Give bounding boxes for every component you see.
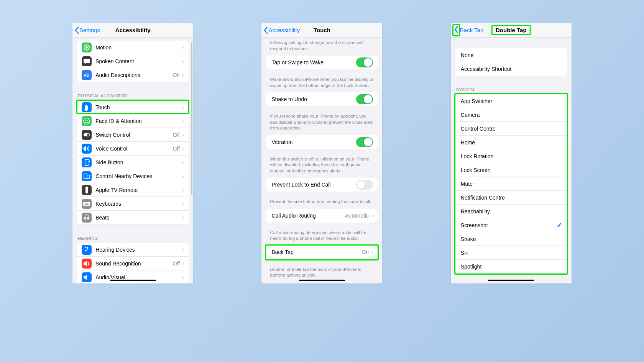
list-row[interactable]: ADAudio DescriptionsOff› — [77, 68, 189, 82]
chevron-right-icon: › — [182, 173, 184, 179]
list-row[interactable]: Accessibility Shortcut — [455, 62, 567, 76]
chevron-right-icon: › — [182, 215, 184, 221]
svg-rect-18 — [85, 204, 89, 205]
row-label: Notification Centre — [461, 195, 562, 201]
section-header-hearing: HEARING — [72, 230, 193, 243]
chevron-left-icon — [74, 26, 79, 34]
list-row[interactable]: Notification Centre — [455, 191, 567, 205]
list-row[interactable]: Lock Screen — [455, 163, 567, 177]
home-indicator[interactable] — [299, 280, 345, 281]
list-row[interactable]: Apple TV Remote› — [77, 183, 189, 197]
list-row[interactable]: Spotlight — [455, 260, 567, 274]
home-indicator[interactable] — [110, 280, 156, 281]
list-row[interactable]: Camera — [455, 108, 567, 122]
row-label: Mute — [461, 181, 562, 187]
back-button[interactable]: Accessibility — [261, 26, 300, 34]
list-row[interactable]: Switch ControlOff› — [77, 128, 189, 142]
keyboard-icon — [82, 199, 92, 209]
av-icon — [82, 272, 92, 282]
list-row[interactable]: Keyboards› — [77, 197, 189, 211]
row-label: Touch — [95, 104, 181, 110]
row-label: Siri — [461, 250, 562, 256]
row-label: Apple TV Remote — [95, 187, 181, 193]
list-row[interactable]: Hearing Devices› — [77, 243, 189, 257]
toggle-switch[interactable] — [356, 180, 373, 190]
hearing-group: Hearing Devices›Sound RecognitionOff›Aud… — [77, 243, 189, 283]
list-row[interactable]: Home — [455, 136, 567, 149]
page-title: Double Tap — [491, 25, 531, 35]
row-label: Spoken Content — [95, 58, 181, 64]
svg-point-1 — [85, 46, 88, 49]
list-row[interactable]: Vibration — [266, 135, 378, 149]
chevron-right-icon: › — [371, 213, 373, 219]
toggle-switch[interactable] — [356, 137, 373, 147]
row-label: Keyboards — [95, 201, 181, 207]
svg-point-4 — [85, 120, 86, 121]
list-row[interactable]: Tap or Swipe to Wake — [266, 56, 378, 69]
list-row[interactable]: Voice ControlOff› — [77, 142, 189, 156]
list-row[interactable]: Face ID & Attention› — [77, 114, 189, 128]
svg-rect-9 — [89, 161, 90, 162]
row-value: On — [361, 249, 369, 255]
screen-accessibility: Settings Accessibility Motion›Spoken Con… — [72, 23, 193, 283]
list-row[interactable]: Siri — [455, 246, 567, 260]
list-row[interactable]: Call Audio RoutingAutomatic› — [266, 209, 378, 223]
list-row[interactable]: Control Centre — [455, 122, 567, 136]
row-label: None — [461, 52, 562, 58]
checkmark-icon: ✓ — [557, 221, 562, 229]
chevron-right-icon: › — [182, 201, 184, 207]
list-row[interactable]: Reachability — [455, 205, 567, 218]
list-row[interactable]: Mute — [455, 177, 567, 191]
list-row[interactable]: Motion› — [77, 41, 189, 54]
list-row[interactable]: Shake — [455, 232, 567, 246]
hand-icon — [82, 102, 92, 112]
row-label: Accessibility Shortcut — [461, 66, 562, 72]
list-row[interactable]: Audio/Visual› — [77, 270, 189, 283]
toggle-switch[interactable] — [356, 57, 373, 67]
top-group: NoneAccessibility Shortcut — [455, 48, 567, 76]
chevron-right-icon: › — [182, 247, 184, 253]
toggle-switch[interactable] — [356, 94, 373, 104]
row-value: Off — [172, 132, 179, 138]
voice-icon — [82, 144, 92, 154]
list-row[interactable]: Screenshot✓ — [455, 218, 567, 232]
svg-point-5 — [87, 120, 88, 121]
list-row[interactable]: Spoken Content› — [77, 54, 189, 68]
row-label: Hearing Devices — [95, 247, 181, 253]
footer-text: Call audio routing determines where audi… — [261, 228, 382, 246]
list-row[interactable]: Shake to Undo — [266, 92, 378, 106]
row-label: Side Button — [95, 159, 181, 165]
row-label: Shake to Undo — [271, 96, 356, 102]
scrollbar[interactable] — [191, 42, 192, 195]
row-label: Control Nearby Devices — [95, 173, 181, 179]
back-label: Accessibility — [268, 27, 300, 33]
back-button[interactable]: Back Tap — [451, 24, 483, 36]
setting-group: Prevent Lock to End Call — [266, 178, 378, 192]
list-row[interactable]: Sound RecognitionOff› — [77, 257, 189, 270]
chevron-right-icon: › — [182, 104, 184, 110]
list-row[interactable]: Side Button› — [77, 156, 189, 169]
list-row[interactable]: Touch› — [77, 100, 189, 114]
row-label: Voice Control — [95, 146, 172, 152]
chevron-right-icon: › — [182, 187, 184, 193]
footer-text: When this switch is off, all vibration o… — [261, 154, 382, 178]
setting-group: Call Audio RoutingAutomatic› — [266, 209, 378, 223]
list-row[interactable]: Beats› — [77, 211, 189, 224]
list-row[interactable]: Back TapOn› — [266, 246, 378, 259]
svg-point-20 — [87, 217, 89, 219]
chevron-right-icon: › — [182, 118, 184, 124]
section-header-physical: PHYSICAL AND MOTOR — [72, 87, 193, 100]
system-group: App SwitcherCameraControl CentreHomeLock… — [455, 94, 567, 274]
list-row[interactable]: App Switcher — [455, 94, 567, 108]
back-button[interactable]: Settings — [72, 26, 100, 34]
list-row[interactable]: Prevent Lock to End Call — [266, 178, 378, 192]
list-row[interactable]: Control Nearby Devices› — [77, 169, 189, 183]
row-label: Motion — [95, 44, 181, 51]
row-label: Sound Recognition — [95, 260, 172, 267]
home-indicator[interactable] — [488, 280, 534, 281]
chevron-right-icon: › — [182, 72, 184, 78]
list-row[interactable]: Lock Rotation — [455, 149, 567, 163]
back-label: Settings — [79, 27, 100, 33]
list-row[interactable]: None — [455, 48, 567, 62]
row-label: Back Tap — [271, 249, 361, 255]
